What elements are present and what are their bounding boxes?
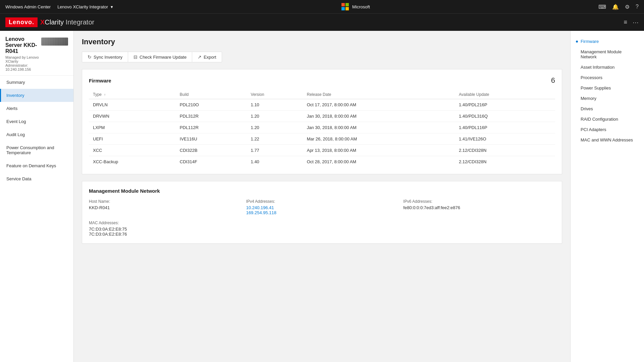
col-release-date[interactable]: Release Date	[303, 90, 455, 99]
right-panel-nav: FirmwareManagement Module NetworkAsset I…	[571, 36, 644, 145]
ipv6-label: IPv6 Addresses:	[403, 199, 555, 204]
server-title: Lenovo Server KKD-R041	[5, 36, 41, 54]
right-panel-item-power-supplies[interactable]: Power Supplies	[571, 83, 644, 93]
cell-release_date: Jan 30, 2018, 8:00:00 AM	[303, 111, 455, 122]
integrator-text: Integrator	[64, 18, 94, 26]
sidebar-item-event-log[interactable]: Event Log	[0, 115, 73, 128]
right-panel-item-pci-adapters[interactable]: PCI Adapters	[571, 124, 644, 135]
col-available-update[interactable]: Available Update	[455, 90, 555, 99]
cell-build: PDL210O	[176, 99, 247, 111]
server-image	[41, 38, 68, 46]
right-panel-item-label: Firmware	[581, 39, 599, 44]
toolbar: ↻ Sync Inventory ⊟ Check Firmware Update…	[82, 52, 562, 62]
table-row[interactable]: UEFIIVE116U1.22Mar 26, 2018, 8:00:00 AM1…	[89, 133, 555, 145]
ms-yellow-block	[345, 7, 349, 10]
col-version[interactable]: Version	[247, 90, 303, 99]
table-row[interactable]: LXPMPDL112R1.20Jan 30, 2018, 8:00:00 AM1…	[89, 122, 555, 133]
check-firmware-button[interactable]: ⊟ Check Firmware Update	[128, 52, 192, 62]
right-panel-item-label: Management Module Network	[581, 49, 639, 59]
top-bar: Windows Admin Center Lenovo XClarity Int…	[0, 0, 644, 13]
mgmt-section-title: Management Module Network	[89, 188, 160, 194]
right-panel-item-drives[interactable]: Drives	[571, 104, 644, 114]
x-letter: X	[40, 18, 45, 26]
export-button[interactable]: ↗ Export	[192, 52, 222, 62]
right-panel-item-mgmt-network[interactable]: Management Module Network	[571, 47, 644, 62]
table-row[interactable]: XCCCDI322B1.77Apr 13, 2018, 8:00:00 AM2.…	[89, 145, 555, 156]
brand-right: ≡ ⋯	[624, 19, 639, 26]
ipv4-value-2[interactable]: 169.254.95.118	[246, 210, 398, 215]
sidebar-item-summary[interactable]: Summary	[0, 76, 73, 89]
right-panel-item-raid-config[interactable]: RAID Configuration	[571, 114, 644, 124]
cell-available_update: 1.40/PDL116P	[455, 122, 555, 133]
right-panel-item-label: Asset Information	[581, 65, 614, 70]
right-panel-item-firmware[interactable]: Firmware	[571, 36, 644, 47]
plugin-dropdown-arrow[interactable]: ▾	[111, 4, 113, 9]
ipv4-label: IPv4 Addresses:	[246, 199, 398, 204]
host-name-value: KKD-R041	[89, 205, 241, 210]
sidebar-item-power-temp[interactable]: Power Consumption and Temperature	[0, 141, 73, 159]
sidebar-item-feature-keys[interactable]: Feature on Demand Keys	[0, 159, 73, 172]
terminal-icon[interactable]: ⌨	[598, 4, 606, 10]
settings-icon[interactable]: ⚙	[625, 4, 630, 10]
right-panel: FirmwareManagement Module NetworkAsset I…	[570, 31, 644, 362]
page-title: Inventory	[82, 38, 562, 46]
ms-red-block	[341, 3, 345, 6]
right-panel-item-label: Processors	[581, 75, 602, 80]
mac-section: MAC Addresses: 7C:D3:0A:E2:E8:75 7C:D3:0…	[89, 221, 555, 237]
cell-available_update: 2.12/CDI328N	[455, 145, 555, 156]
sidebar-item-inventory[interactable]: Inventory	[0, 89, 73, 102]
cell-build: PDL312R	[176, 111, 247, 122]
cell-type: DRVLN	[89, 99, 176, 111]
sidebar-item-audit-log[interactable]: Audit Log	[0, 128, 73, 141]
cell-release_date: Apr 13, 2018, 8:00:00 AM	[303, 145, 455, 156]
cell-type: UEFI	[89, 133, 176, 145]
brand-left: Lenovo. XClarity Integrator	[5, 17, 94, 27]
cell-version: 1.40	[247, 156, 303, 168]
right-panel-item-label: Drives	[581, 106, 593, 111]
ms-blue-block	[341, 7, 345, 10]
table-row[interactable]: DRVLNPDL210O1.10Oct 17, 2017, 8:00:00 AM…	[89, 99, 555, 111]
cell-build: PDL112R	[176, 122, 247, 133]
ipv4-value-1[interactable]: 10.240.196.41	[246, 205, 398, 210]
host-name-label: Host Name:	[89, 199, 241, 204]
table-row[interactable]: XCC-BackupCDI314F1.40Oct 28, 2017, 8:00:…	[89, 156, 555, 168]
mgmt-section-header: Management Module Network	[89, 188, 555, 194]
col-type[interactable]: Type ↑	[89, 90, 176, 99]
sidebar: Lenovo Server KKD-R041 Managed by Lenovo…	[0, 31, 74, 362]
right-panel-item-asset-info[interactable]: Asset Information	[571, 62, 644, 72]
table-row[interactable]: DRVWNPDL312R1.20Jan 30, 2018, 8:00:00 AM…	[89, 111, 555, 122]
sidebar-item-service-data[interactable]: Service Data	[0, 172, 73, 185]
firmware-table: Type ↑ Build Version Release Date Availa…	[89, 90, 555, 167]
col-build[interactable]: Build	[176, 90, 247, 99]
hamburger-icon[interactable]: ≡	[624, 19, 627, 26]
microsoft-logo	[341, 3, 349, 10]
bell-icon[interactable]: 🔔	[612, 4, 619, 10]
more-options-icon[interactable]: ⋯	[633, 19, 639, 26]
cell-version: 1.20	[247, 122, 303, 133]
windows-admin-center-link[interactable]: Windows Admin Center	[5, 4, 51, 9]
mac-label: MAC Addresses:	[89, 221, 555, 225]
cell-version: 1.10	[247, 99, 303, 111]
brand-bar: Lenovo. XClarity Integrator ≡ ⋯	[0, 13, 644, 31]
plugin-title-link[interactable]: Lenovo XClarity Integrator ▾	[57, 4, 113, 9]
right-panel-item-label: Memory	[581, 96, 596, 101]
xclarity-text: XClarity Integrator	[40, 18, 94, 26]
cell-type: XCC-Backup	[89, 156, 176, 168]
management-module-section: Management Module Network Host Name: KKD…	[82, 181, 562, 244]
top-bar-left: Windows Admin Center Lenovo XClarity Int…	[5, 4, 113, 9]
host-name-field: Host Name: KKD-R041	[89, 199, 241, 215]
right-panel-item-memory[interactable]: Memory	[571, 93, 644, 104]
cell-version: 1.22	[247, 133, 303, 145]
sidebar-item-alerts[interactable]: Alerts	[0, 102, 73, 115]
cell-available_update: 1.41/IVE126O	[455, 133, 555, 145]
right-panel-item-mac-wwn[interactable]: MAC and WWN Addresses	[571, 135, 644, 145]
right-panel-item-processors[interactable]: Processors	[571, 72, 644, 83]
ms-green-block	[345, 3, 349, 6]
cell-type: LXPM	[89, 122, 176, 133]
help-icon[interactable]: ?	[636, 4, 639, 10]
sort-icon: ↑	[104, 93, 106, 97]
lenovo-logo: Lenovo.	[5, 17, 38, 27]
sync-icon: ↻	[88, 54, 92, 60]
firmware-section: Firmware 6 Type ↑ Build Version Release …	[82, 69, 562, 174]
sync-inventory-button[interactable]: ↻ Sync Inventory	[82, 52, 128, 62]
